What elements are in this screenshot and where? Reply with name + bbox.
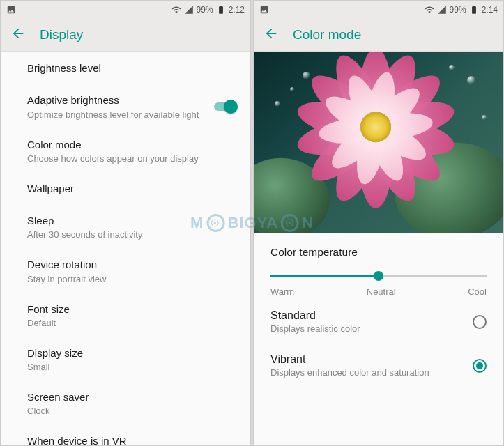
item-device-rotation[interactable]: Device rotation Stay in portrait view (1, 249, 250, 293)
item-title: Adaptive brightness (27, 93, 213, 107)
item-subtitle: Choose how colors appear on your display (27, 153, 238, 164)
back-button[interactable] (264, 26, 279, 44)
option-title: Vibrant (270, 353, 473, 366)
item-title: When device is in VR (27, 434, 238, 445)
color-preview-image (254, 52, 503, 233)
slider-label-cool: Cool (468, 286, 487, 297)
phone-left: 99% 2:12 Display Brightness level Adapti… (0, 0, 251, 446)
app-bar: Display (1, 19, 250, 52)
signal-icon (184, 5, 194, 15)
option-subtitle: Displays realistic color (270, 323, 473, 334)
item-title: Screen saver (27, 390, 238, 404)
item-subtitle: Optimize brightness level for available … (27, 109, 213, 120)
item-display-size[interactable]: Display size Small (1, 337, 250, 381)
clock-time: 2:12 (229, 5, 245, 15)
option-vibrant[interactable]: Vibrant Displays enhanced color and satu… (254, 344, 503, 387)
clock-time: 2:14 (482, 5, 498, 15)
item-sleep[interactable]: Sleep After 30 seconds of inactivity (1, 205, 250, 249)
item-title: Color mode (27, 138, 238, 152)
option-subtitle: Displays enhanced color and saturation (270, 367, 473, 378)
item-vr-mode[interactable]: When device is in VR Reduce blur (recomm… (1, 425, 250, 445)
wifi-icon (171, 5, 181, 15)
status-bar: 99% 2:12 (1, 1, 250, 19)
radio-standard[interactable] (473, 315, 487, 329)
page-title: Display (40, 27, 83, 43)
color-temperature-heading: Color temperature (254, 233, 503, 263)
app-bar: Color mode (254, 19, 503, 52)
slider-label-neutral: Neutral (367, 286, 396, 297)
battery-icon (469, 5, 479, 15)
item-wallpaper[interactable]: Wallpaper (1, 173, 250, 205)
arrow-back-icon (10, 26, 26, 41)
item-subtitle: Small (27, 362, 238, 372)
image-icon (259, 5, 269, 15)
item-title: Display size (27, 346, 238, 360)
item-subtitle: Default (27, 318, 238, 328)
item-screen-saver[interactable]: Screen saver Clock (1, 381, 250, 425)
battery-icon (216, 5, 226, 15)
signal-icon (437, 5, 447, 15)
slider-label-warm: Warm (270, 286, 294, 297)
item-subtitle: Clock (27, 406, 238, 416)
item-color-mode[interactable]: Color mode Choose how colors appear on y… (1, 129, 250, 173)
item-brightness-level[interactable]: Brightness level (1, 52, 250, 84)
color-temperature-slider[interactable] (270, 275, 487, 277)
item-title: Sleep (27, 214, 238, 228)
image-icon (6, 5, 16, 15)
color-mode-content: Color temperature Warm Neutral Cool Stan… (254, 52, 503, 445)
battery-percent: 99% (450, 5, 466, 15)
battery-percent: 99% (197, 5, 213, 15)
back-button[interactable] (10, 26, 26, 44)
item-subtitle: After 30 seconds of inactivity (27, 229, 238, 240)
adaptive-brightness-toggle[interactable] (213, 100, 238, 114)
item-title: Wallpaper (27, 182, 238, 196)
status-bar: 99% 2:14 (254, 1, 503, 19)
radio-vibrant[interactable] (473, 359, 487, 373)
item-title: Brightness level (27, 61, 238, 75)
settings-list: Brightness level Adaptive brightness Opt… (1, 52, 250, 445)
item-title: Device rotation (27, 258, 238, 272)
wifi-icon (425, 5, 434, 15)
phone-right: 99% 2:14 Color mode Color temperature Wa… (253, 0, 504, 446)
page-title: Color mode (293, 27, 361, 43)
arrow-back-icon (264, 26, 279, 41)
item-font-size[interactable]: Font size Default (1, 293, 250, 337)
item-title: Font size (27, 302, 238, 316)
option-standard[interactable]: Standard Displays realistic color (254, 300, 503, 344)
item-subtitle: Stay in portrait view (27, 274, 238, 284)
option-title: Standard (270, 309, 473, 322)
item-adaptive-brightness[interactable]: Adaptive brightness Optimize brightness … (1, 84, 250, 128)
